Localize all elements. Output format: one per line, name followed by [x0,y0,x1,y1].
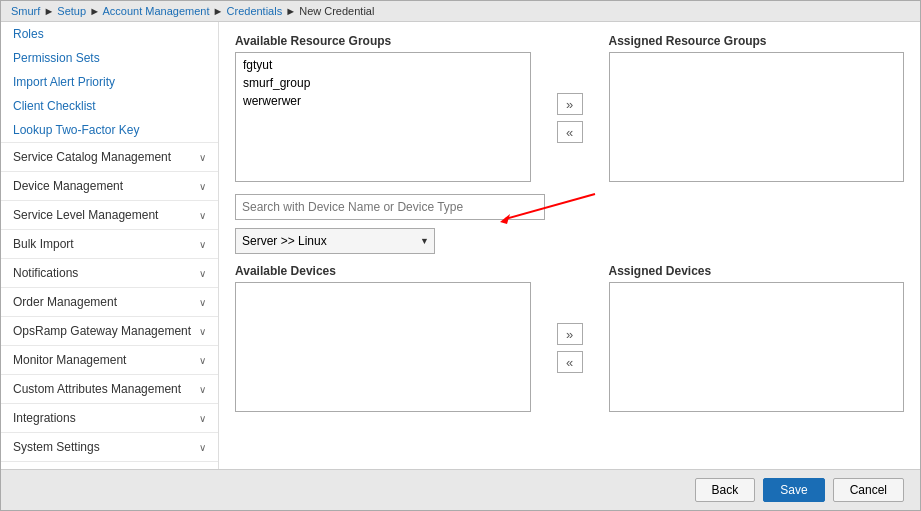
transfer-left-button[interactable]: « [557,121,583,143]
sidebar-section-header-integrations[interactable]: Integrations ∨ [1,404,218,432]
breadcrumb-current: New Credential [299,5,374,17]
sidebar-section-label-integrations: Integrations [13,411,76,425]
svg-line-0 [505,194,595,219]
sidebar-section-custom-attrs[interactable]: Custom Attributes Management ∨ [1,375,218,404]
breadcrumb-account-mgmt[interactable]: Account Management [103,5,210,17]
sidebar-section-label-bulk-import: Bulk Import [13,237,74,251]
search-row [235,194,904,220]
sidebar-section-label-monitor-mgmt: Monitor Management [13,353,126,367]
chevron-down-icon: ∨ [199,355,206,366]
sidebar-section-label-notifications: Notifications [13,266,78,280]
sidebar-section-header-system-settings[interactable]: System Settings ∨ [1,433,218,461]
sidebar-link-permission-sets[interactable]: Permission Sets [1,46,218,70]
sidebar-section-label-service-catalog: Service Catalog Management [13,150,171,164]
sidebar-section-header-opsramp-gateway[interactable]: OpsRamp Gateway Management ∨ [1,317,218,345]
sidebar-section-label-custom-attrs: Custom Attributes Management [13,382,181,396]
chevron-down-icon: ∨ [199,384,206,395]
sidebar-link-import-alert[interactable]: Import Alert Priority [1,70,218,94]
sidebar-section-bulk-import[interactable]: Bulk Import ∨ [1,230,218,259]
sidebar-section-header-custom-attrs[interactable]: Custom Attributes Management ∨ [1,375,218,403]
sidebar-section-label-order-mgmt: Order Management [13,295,117,309]
sidebar-section-system-settings[interactable]: System Settings ∨ [1,433,218,462]
assigned-devices-list[interactable] [609,282,905,412]
available-devices-col: Available Devices [235,264,531,412]
sidebar-section-header-bulk-import[interactable]: Bulk Import ∨ [1,230,218,258]
breadcrumb-credentials[interactable]: Credentials [227,5,283,17]
assigned-devices-col: Assigned Devices [609,264,905,412]
arrow-annotation [495,189,605,229]
devices-row: Available Devices » « Assigned Devices [235,264,904,412]
resource-group-transfer-buttons: » « [551,54,589,182]
sidebar-section-service-level[interactable]: Service Level Management ∨ [1,201,218,230]
device-type-dropdown-row: Server >> Linux [235,228,904,254]
sidebar-section-service-catalog[interactable]: Service Catalog Management ∨ [1,143,218,172]
sidebar-section-device-mgmt[interactable]: Device Management ∨ [1,172,218,201]
sidebar-section-service-desk[interactable]: Service Desk ∨ [1,462,218,469]
available-resource-groups-list[interactable]: fgtyutsmurf_groupwerwerwer [235,52,531,182]
sidebar-section-header-device-mgmt[interactable]: Device Management ∨ [1,172,218,200]
list-item[interactable]: fgtyut [239,56,527,74]
resource-groups-row: Available Resource Groups fgtyutsmurf_gr… [235,34,904,182]
sidebar-section-order-mgmt[interactable]: Order Management ∨ [1,288,218,317]
transfer-devices-right-button[interactable]: » [557,323,583,345]
sidebar-section-label-opsramp-gateway: OpsRamp Gateway Management [13,324,191,338]
sidebar-section-monitor-mgmt[interactable]: Monitor Management ∨ [1,346,218,375]
breadcrumb-setup[interactable]: Setup [57,5,86,17]
chevron-down-icon: ∨ [199,442,206,453]
transfer-right-button[interactable]: » [557,93,583,115]
breadcrumb: Smurf ► Setup ► Account Management ► Cre… [1,1,920,22]
sidebar-section-label-device-mgmt: Device Management [13,179,123,193]
sidebar-section-header-notifications[interactable]: Notifications ∨ [1,259,218,287]
main-content: Available Resource Groups fgtyutsmurf_gr… [219,22,920,469]
assigned-resource-groups-label: Assigned Resource Groups [609,34,905,48]
chevron-down-icon: ∨ [199,297,206,308]
chevron-down-icon: ∨ [199,152,206,163]
cancel-button[interactable]: Cancel [833,478,904,502]
chevron-down-icon: ∨ [199,239,206,250]
available-resource-groups-col: Available Resource Groups fgtyutsmurf_gr… [235,34,531,182]
assigned-resource-groups-list[interactable] [609,52,905,182]
sidebar-link-lookup[interactable]: Lookup Two-Factor Key [1,118,218,142]
sidebar-section-integrations[interactable]: Integrations ∨ [1,404,218,433]
sidebar-section-header-monitor-mgmt[interactable]: Monitor Management ∨ [1,346,218,374]
sidebar-section-header-order-mgmt[interactable]: Order Management ∨ [1,288,218,316]
chevron-down-icon: ∨ [199,413,206,424]
sidebar-section-header-service-level[interactable]: Service Level Management ∨ [1,201,218,229]
available-devices-list[interactable] [235,282,531,412]
sidebar-section-label-system-settings: System Settings [13,440,100,454]
assigned-resource-groups-col: Assigned Resource Groups [609,34,905,182]
sidebar-section-notifications[interactable]: Notifications ∨ [1,259,218,288]
sidebar: Roles Permission Sets Import Alert Prior… [1,22,219,469]
sidebar-section-label-service-level: Service Level Management [13,208,158,222]
available-devices-label: Available Devices [235,264,531,278]
device-type-dropdown[interactable]: Server >> Linux [235,228,435,254]
chevron-down-icon: ∨ [199,268,206,279]
chevron-down-icon: ∨ [199,326,206,337]
list-item[interactable]: smurf_group [239,74,527,92]
app-window: Smurf ► Setup ► Account Management ► Cre… [0,0,921,511]
sidebar-link-client-checklist[interactable]: Client Checklist [1,94,218,118]
back-button[interactable]: Back [695,478,756,502]
chevron-down-icon: ∨ [199,210,206,221]
sidebar-sections: Service Catalog Management ∨ Device Mana… [1,143,218,469]
list-item[interactable]: werwerwer [239,92,527,110]
chevron-down-icon: ∨ [199,181,206,192]
svg-marker-1 [500,214,510,224]
search-section: Server >> Linux [235,194,904,254]
breadcrumb-smurf[interactable]: Smurf [11,5,40,17]
sidebar-section-header-service-desk[interactable]: Service Desk ∨ [1,462,218,469]
assigned-devices-label: Assigned Devices [609,264,905,278]
save-button[interactable]: Save [763,478,824,502]
sidebar-section-header-service-catalog[interactable]: Service Catalog Management ∨ [1,143,218,171]
device-type-dropdown-wrapper: Server >> Linux [235,228,435,254]
sidebar-top-links: Roles Permission Sets Import Alert Prior… [1,22,218,143]
transfer-devices-left-button[interactable]: « [557,351,583,373]
sidebar-link-roles[interactable]: Roles [1,22,218,46]
available-resource-groups-label: Available Resource Groups [235,34,531,48]
device-transfer-buttons: » « [551,284,589,412]
sidebar-section-opsramp-gateway[interactable]: OpsRamp Gateway Management ∨ [1,317,218,346]
footer-bar: Back Save Cancel [1,469,920,510]
